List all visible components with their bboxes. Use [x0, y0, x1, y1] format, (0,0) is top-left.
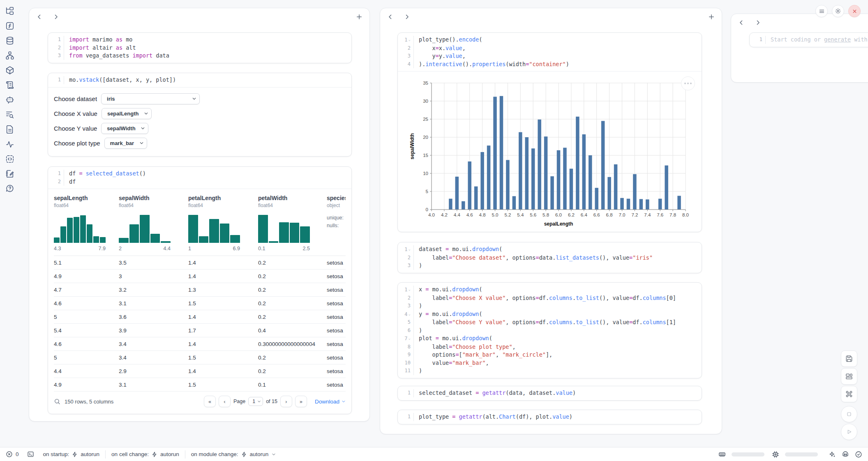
editor-placeholder[interactable]: Start coding or generate with [765, 36, 868, 44]
first-page-button[interactable]: « [204, 396, 216, 407]
nav-prev-icon[interactable] [387, 13, 394, 21]
code-text[interactable]: dataset = mo.ui.dropdown( [413, 245, 697, 254]
download-button[interactable]: Download [315, 399, 346, 405]
code-text[interactable]: y = mo.ui.dropdown( [413, 310, 697, 319]
on-cell-change-setting[interactable]: on cell change: autorun [111, 451, 179, 457]
code-text[interactable]: selected_dataset = getattr(data, dataset… [413, 389, 697, 397]
add-cell-icon[interactable] [708, 13, 715, 21]
fold-caret-icon[interactable]: ⌄ [409, 37, 411, 41]
nav-prev-icon[interactable] [738, 19, 745, 26]
fold-caret-icon[interactable]: ⌄ [409, 336, 411, 340]
menu-button[interactable] [815, 5, 828, 17]
fold-caret-icon[interactable]: ⌄ [409, 247, 411, 251]
code-text[interactable]: ) [413, 367, 697, 375]
code-text[interactable]: label="Choose plot type", [413, 343, 697, 351]
code-text[interactable]: ) [413, 327, 697, 335]
save-button[interactable] [841, 350, 857, 367]
text-search-icon[interactable] [5, 110, 14, 119]
code-cell-chart[interactable]: 1⌄plot_type().encode(2 x=x.value,3 y=y.v… [397, 32, 702, 232]
code-text[interactable]: label="Choose dataset", options=data.lis… [413, 254, 697, 262]
page-select[interactable]: 1 [248, 397, 263, 406]
column-header-petalLength[interactable]: petalLengthfloat6416.9 [188, 195, 258, 251]
column-header-sepalWidth[interactable]: sepalWidthfloat6424.4 [119, 195, 188, 251]
table-row[interactable]: 4.63.11.50.2setosa [54, 297, 346, 310]
scroll-icon[interactable] [5, 81, 14, 90]
command-palette-button[interactable] [841, 386, 857, 402]
table-row[interactable]: 4.63.41.40.30000000000000004setosa [54, 337, 346, 351]
table-row[interactable]: 53.61.40.2setosa [54, 310, 346, 324]
connection-status-icon[interactable] [855, 451, 862, 458]
code-text[interactable]: plot = mo.ui.dropdown( [413, 334, 697, 343]
code-text[interactable]: ).interactive().properties(width="contai… [413, 60, 697, 69]
control-select-x-value[interactable]: sepalLength [102, 108, 152, 119]
fold-caret-icon[interactable]: ⌄ [409, 312, 411, 316]
prev-page-button[interactable]: ‹ [219, 396, 231, 407]
run-button[interactable] [841, 424, 857, 440]
code-cell-vstack[interactable]: 1mo.vstack([dataset, x, y, plot]) Choose… [48, 73, 352, 157]
code-text[interactable]: value="mark_bar", [413, 359, 697, 367]
code-text[interactable]: plot_type().encode( [413, 36, 697, 44]
code-text[interactable]: ) [413, 262, 697, 270]
generate-with-ai-link[interactable]: generate [824, 36, 851, 43]
database-icon[interactable] [5, 36, 14, 45]
code-text[interactable]: mo.vstack([dataset, x, y, plot]) [64, 76, 346, 84]
next-page-button[interactable]: › [280, 396, 292, 407]
last-page-button[interactable]: » [295, 396, 307, 407]
activity-icon[interactable] [5, 140, 14, 149]
column-histogram[interactable] [188, 213, 240, 243]
network-icon[interactable] [5, 51, 14, 60]
nav-next-icon[interactable] [52, 13, 60, 21]
table-row[interactable]: 4.73.21.30.2setosa [54, 283, 346, 297]
table-row[interactable]: 53.41.50.2setosa [54, 351, 346, 364]
code-cell-dataset-dropdown[interactable]: 1⌄dataset = mo.ui.dropdown(2 label="Choo… [397, 242, 702, 273]
add-cell-icon[interactable] [356, 13, 363, 21]
settings-button[interactable] [832, 5, 844, 17]
nav-prev-icon[interactable] [36, 13, 43, 21]
column-header-petalWidth[interactable]: petalWidthfloat640.12.5 [258, 195, 327, 251]
column-header-species[interactable]: speciesobjectunique:nulls: [327, 195, 346, 251]
column-header-sepalLength[interactable]: sepalLengthfloat644.37.9 [54, 195, 119, 251]
on-module-change-setting[interactable]: on module change: autorun [191, 451, 277, 457]
code-text[interactable]: x = mo.ui.dropdown( [413, 286, 697, 294]
code-cell-xy-dropdowns[interactable]: 1⌄x = mo.ui.dropdown(2 label="Choose X v… [397, 282, 702, 378]
fold-caret-icon[interactable]: ⌄ [409, 287, 411, 291]
code-text[interactable]: ) [413, 302, 697, 310]
file-tree-icon[interactable] [5, 7, 14, 16]
code-text[interactable]: label="Choose X value", options=df.colum… [413, 294, 697, 302]
notebook-pen-icon[interactable] [5, 169, 14, 178]
search-icon[interactable] [54, 398, 60, 405]
help-bubble-icon[interactable] [5, 184, 14, 193]
stop-button[interactable] [841, 406, 857, 422]
nav-next-icon[interactable] [754, 19, 762, 26]
code-text[interactable]: x=x.value, [413, 44, 697, 53]
file-text-icon[interactable] [5, 125, 14, 134]
chart-options-button[interactable] [681, 76, 695, 90]
nav-next-icon[interactable] [403, 13, 411, 21]
code-text[interactable]: y=y.value, [413, 52, 697, 60]
control-select-y-value[interactable]: sepalWidth [101, 123, 148, 134]
copilot-icon[interactable] [842, 451, 849, 458]
column-histogram[interactable] [258, 213, 310, 243]
table-row[interactable]: 4.93.11.50.1setosa [54, 378, 346, 392]
code-text[interactable]: df [64, 178, 346, 186]
code-text[interactable]: import altair as alt [64, 44, 346, 52]
code-text[interactable]: label="Choose Y value", options=df.colum… [413, 318, 697, 327]
code-box-icon[interactable] [5, 154, 14, 164]
error-indicator[interactable]: 0 [6, 451, 19, 458]
code-text[interactable]: import marimo as mo [64, 36, 346, 44]
table-row[interactable]: 4.931.40.2setosa [54, 270, 346, 283]
table-row[interactable]: 5.13.51.40.2setosa [54, 256, 346, 270]
terminal-indicator[interactable] [27, 451, 34, 458]
bot-chat-icon[interactable] [5, 95, 14, 104]
code-cell-selected-dataset[interactable]: 1selected_dataset = getattr(data, datase… [397, 386, 702, 401]
table-row[interactable]: 4.42.91.40.2setosa [54, 364, 346, 378]
code-text[interactable]: options=["mark_bar", "mark_circle"], [413, 351, 697, 359]
code-cell-plot-type[interactable]: 1plot_type = getattr(alt.Chart(df), plot… [397, 410, 702, 424]
table-row[interactable]: 5.43.91.70.4setosa [54, 324, 346, 337]
function-square-icon[interactable] [5, 21, 14, 30]
code-cell-dataframe[interactable]: 1df = selected_dataset()2df sepalLengthf… [48, 166, 352, 414]
bar-chart[interactable]: 051015202530354.04.24.44.64.85.05.25.45.… [409, 77, 697, 230]
control-select-plot-type[interactable]: mark_bar [104, 138, 147, 149]
empty-code-cell[interactable]: 1 Start coding or generate with [749, 32, 868, 47]
code-text[interactable]: from vega_datasets import data [64, 52, 346, 60]
